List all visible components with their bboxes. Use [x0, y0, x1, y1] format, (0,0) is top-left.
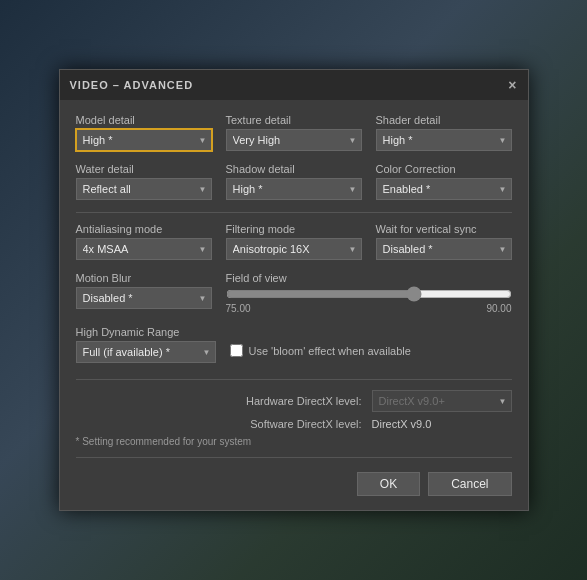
filtering-label: Filtering mode	[226, 223, 362, 235]
bloom-checkbox[interactable]	[230, 344, 243, 357]
shader-detail-label: Shader detail	[376, 114, 512, 126]
dialog-body: Model detail High * Texture detail Very …	[60, 100, 528, 510]
divider-2	[76, 457, 512, 458]
vsync-select[interactable]: Disabled *	[376, 238, 512, 260]
ok-button[interactable]: OK	[357, 472, 420, 496]
hdr-select-wrap: Full (if available) *	[76, 341, 216, 363]
fov-slider-wrap: 75.00 90.00	[226, 287, 512, 314]
button-row: OK Cancel	[76, 468, 512, 496]
color-correction-label: Color Correction	[376, 163, 512, 175]
water-detail-select-wrap: Reflect all	[76, 178, 212, 200]
model-detail-select-wrap: High *	[76, 129, 212, 151]
cancel-button[interactable]: Cancel	[428, 472, 511, 496]
antialiasing-select-wrap: 4x MSAA	[76, 238, 212, 260]
row-1: Model detail High * Texture detail Very …	[76, 114, 512, 151]
water-detail-select[interactable]: Reflect all	[76, 178, 212, 200]
vsync-field: Wait for vertical sync Disabled *	[376, 223, 512, 260]
shadow-detail-label: Shadow detail	[226, 163, 362, 175]
shader-detail-select[interactable]: High *	[376, 129, 512, 151]
fov-slider[interactable]	[226, 287, 512, 301]
row-4: Motion Blur Disabled * Field of view 75.…	[76, 272, 512, 314]
color-correction-select[interactable]: Enabled *	[376, 178, 512, 200]
shadow-detail-select-wrap: High *	[226, 178, 362, 200]
hardware-dx-label: Hardware DirectX level:	[212, 395, 362, 407]
shader-detail-field: Shader detail High *	[376, 114, 512, 151]
texture-detail-select-wrap: Very High	[226, 129, 362, 151]
software-dx-value: DirectX v9.0	[372, 418, 512, 430]
motion-blur-field: Motion Blur Disabled *	[76, 272, 212, 314]
fov-field: Field of view 75.00 90.00	[226, 272, 512, 314]
fov-labels: 75.00 90.00	[226, 303, 512, 314]
model-detail-field: Model detail High *	[76, 114, 212, 151]
vsync-label: Wait for vertical sync	[376, 223, 512, 235]
vsync-select-wrap: Disabled *	[376, 238, 512, 260]
footnote: * Setting recommended for your system	[76, 436, 512, 447]
motion-blur-select[interactable]: Disabled *	[76, 287, 212, 309]
dialog-titlebar: VIDEO – ADVANCED ×	[60, 70, 528, 100]
texture-detail-label: Texture detail	[226, 114, 362, 126]
color-correction-select-wrap: Enabled *	[376, 178, 512, 200]
row-3: Antialiasing mode 4x MSAA Filtering mode…	[76, 223, 512, 260]
shader-detail-select-wrap: High *	[376, 129, 512, 151]
dx-section: Hardware DirectX level: DirectX v9.0+ So…	[76, 379, 512, 430]
water-detail-label: Water detail	[76, 163, 212, 175]
antialiasing-field: Antialiasing mode 4x MSAA	[76, 223, 212, 260]
texture-detail-select[interactable]: Very High	[226, 129, 362, 151]
close-button[interactable]: ×	[508, 78, 517, 92]
filtering-select-wrap: Anisotropic 16X	[226, 238, 362, 260]
software-dx-row: Software DirectX level: DirectX v9.0	[76, 418, 512, 430]
hardware-dx-select-wrap: DirectX v9.0+	[372, 390, 512, 412]
fov-min: 75.00	[226, 303, 251, 314]
hardware-dx-select[interactable]: DirectX v9.0+	[372, 390, 512, 412]
hdr-field: High Dynamic Range Full (if available) *	[76, 326, 216, 363]
hdr-label: High Dynamic Range	[76, 326, 216, 338]
shadow-detail-select[interactable]: High *	[226, 178, 362, 200]
fov-max: 90.00	[486, 303, 511, 314]
filtering-field: Filtering mode Anisotropic 16X	[226, 223, 362, 260]
water-detail-field: Water detail Reflect all	[76, 163, 212, 200]
motion-blur-select-wrap: Disabled *	[76, 287, 212, 309]
dialog-title: VIDEO – ADVANCED	[70, 79, 194, 91]
divider-1	[76, 212, 512, 213]
hardware-dx-row: Hardware DirectX level: DirectX v9.0+	[76, 390, 512, 412]
software-dx-label: Software DirectX level:	[212, 418, 362, 430]
texture-detail-field: Texture detail Very High	[226, 114, 362, 151]
bloom-label: Use 'bloom' effect when available	[249, 345, 411, 357]
video-advanced-dialog: VIDEO – ADVANCED × Model detail High * T…	[59, 69, 529, 511]
antialiasing-select[interactable]: 4x MSAA	[76, 238, 212, 260]
row-5: High Dynamic Range Full (if available) *…	[76, 326, 512, 367]
model-detail-label: Model detail	[76, 114, 212, 126]
hdr-select[interactable]: Full (if available) *	[76, 341, 216, 363]
motion-blur-label: Motion Blur	[76, 272, 212, 284]
fov-label: Field of view	[226, 272, 512, 284]
antialiasing-label: Antialiasing mode	[76, 223, 212, 235]
row-2: Water detail Reflect all Shadow detail H…	[76, 163, 512, 200]
shadow-detail-field: Shadow detail High *	[226, 163, 362, 200]
model-detail-select[interactable]: High *	[76, 129, 212, 151]
color-correction-field: Color Correction Enabled *	[376, 163, 512, 200]
bloom-row: Use 'bloom' effect when available	[230, 344, 411, 357]
filtering-select[interactable]: Anisotropic 16X	[226, 238, 362, 260]
